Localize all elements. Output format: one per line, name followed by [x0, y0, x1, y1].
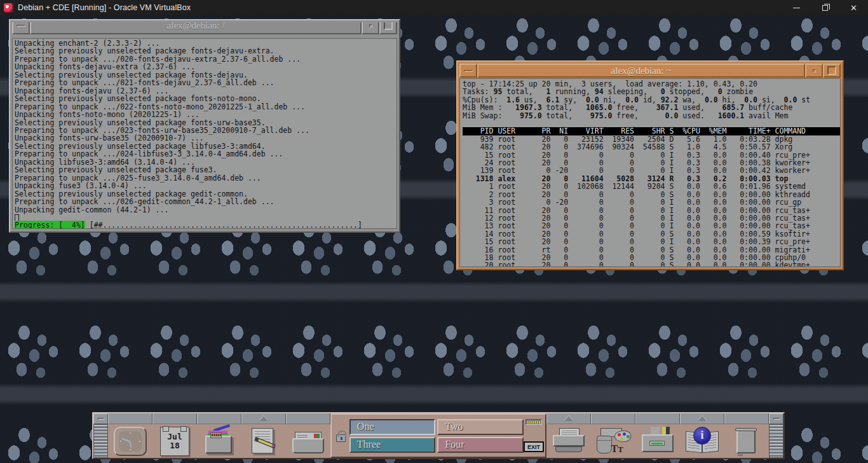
- panel-menu-button[interactable]: [769, 413, 783, 424]
- terminal-line: Preparing to unpack .../024-libfuse3-3_3…: [15, 150, 397, 158]
- subpanel-tab[interactable]: [286, 413, 330, 424]
- minimize-button[interactable]: [362, 22, 379, 34]
- maximize-icon: [827, 66, 836, 75]
- apt-terminal-window: alex@debian: / Unpacking enchant-2 (2.3.…: [9, 19, 400, 233]
- workspace-button-two[interactable]: Two: [437, 419, 524, 435]
- minimize-icon: [813, 69, 816, 73]
- window-menu-button[interactable]: [12, 22, 30, 34]
- virtualbox-window: Debian + CDE [Running] - Oracle VM Virtu…: [0, 0, 868, 463]
- subpanel-tab[interactable]: [197, 413, 241, 424]
- printer-button[interactable]: [546, 424, 591, 458]
- terminal-line: Unpacking gedit-common (44.2-1) ...: [15, 206, 397, 214]
- lock-display-button[interactable]: [333, 429, 349, 442]
- subpanel-tab[interactable]: [724, 413, 769, 424]
- close-button[interactable]: ✕: [839, 0, 868, 15]
- process-row: 3 root 0 -20 0 0 0 I 0.0 0.0 0:00.00 rcu…: [463, 198, 840, 206]
- process-row: 20 root 20 0 0 0 0 S 0.0 0.0 0:00.00 kde…: [463, 261, 840, 267]
- subpanel-tab[interactable]: [153, 413, 197, 424]
- trash-button[interactable]: [724, 424, 769, 458]
- panel-move-handle-right[interactable]: [769, 424, 783, 458]
- subpanel-arrow-icon: [564, 416, 573, 421]
- panel-move-handle-left[interactable]: [93, 424, 108, 458]
- calendar-month: Jul: [167, 432, 182, 441]
- workspace-switcher-grid: OneTwoThreeFour: [349, 419, 524, 453]
- file-manager-icon: [203, 427, 235, 456]
- process-row: 15 root 20 0 0 0 0 I 0.0 0.0 0:00.39 rcu…: [463, 238, 840, 245]
- progress-percentage: Progress: [ 4%]: [15, 221, 85, 229]
- help-button[interactable]: i: [680, 424, 724, 458]
- restore-button[interactable]: [811, 0, 839, 15]
- panel-menu-icon: [98, 418, 104, 420]
- minimize-button[interactable]: [805, 64, 823, 78]
- terminal-line: Unpacking fuse3 (3.14.0-4) ...: [15, 182, 397, 190]
- minimize-button[interactable]: [782, 0, 811, 15]
- window-menu-button[interactable]: [459, 64, 477, 78]
- exit-button[interactable]: EXIT: [524, 441, 544, 452]
- busy-light-icon: [527, 421, 540, 424]
- titlebar[interactable]: Debian + CDE [Running] - Oracle VM Virtu…: [0, 0, 868, 15]
- mail-button[interactable]: [286, 424, 330, 458]
- subpanel-tab[interactable]: [591, 413, 635, 424]
- terminal-line: Selecting previously unselected package …: [15, 95, 397, 102]
- application-manager-icon: [641, 427, 675, 456]
- terminal-line: Unpacking fonts-dejavu-extra (2.37-6) ..…: [15, 63, 397, 71]
- subpanel-tab-printers[interactable]: [546, 413, 591, 424]
- mail-icon: [291, 427, 325, 456]
- virtualbox-logo-icon: [4, 3, 13, 13]
- panel-menu-icon: [773, 418, 780, 420]
- clock-icon: [114, 427, 147, 456]
- text-editor-button[interactable]: [241, 424, 286, 458]
- trash-icon: [734, 427, 759, 456]
- apt-terminal-lines: Unpacking enchant-2 (2.3.3-2) ...Selecti…: [15, 39, 397, 214]
- style-manager-button[interactable]: TT: [591, 424, 635, 458]
- busy-light-indicator: [526, 419, 542, 425]
- maximize-icon: [384, 22, 393, 30]
- printer-icon: [552, 427, 586, 456]
- application-manager-button[interactable]: [635, 424, 680, 458]
- window-title: Debian + CDE [Running] - Oracle VM Virtu…: [18, 3, 191, 12]
- terminal-line: Unpacking fonts-noto-mono (20201225-1) .…: [15, 111, 397, 118]
- process-row: 13 root 20 0 0 0 0 I 0.0 0.0 0:00.00 rcu…: [463, 222, 840, 230]
- front-panel: Jul 18: [92, 412, 785, 459]
- terminal-line: Preparing to unpack .../026-gedit-common…: [15, 198, 397, 205]
- subpanel-tab[interactable]: [108, 413, 153, 424]
- window-menu-icon: [17, 25, 25, 27]
- subpanel-tab[interactable]: [635, 413, 680, 424]
- subpanel-tab-help[interactable]: [680, 413, 724, 424]
- process-row: 1 root 20 0 102068 12144 9204 S 0.0 0.6 …: [463, 183, 840, 190]
- top-terminal-screen[interactable]: top - 17:14:25 up 20 min, 3 users, load …: [459, 78, 841, 267]
- apt-terminal-titlebar[interactable]: alex@debian: /: [12, 22, 397, 38]
- process-row: 482 root 20 0 374696 90324 54588 S 1.0 4…: [463, 143, 840, 151]
- cde-desktop[interactable]: alex@debian: / Unpacking enchant-2 (2.3.…: [0, 15, 868, 463]
- terminal-line: Preparing to unpack .../021-fonts-dejavu…: [15, 79, 397, 86]
- apt-terminal-screen[interactable]: Unpacking enchant-2 (2.3.3-2) ...Selecti…: [12, 38, 397, 229]
- process-rows: 939 root 20 0 23152 19340 2504 D 5.6 1.0…: [463, 135, 840, 267]
- workspace-switcher: OneTwoThreeFour EXIT: [330, 413, 546, 458]
- panel-menu-button[interactable]: [93, 413, 108, 424]
- minimize-icon: [369, 24, 372, 27]
- top-terminal-window: alex@debian: ~ top - 17:14:25 up 20 min,…: [456, 60, 844, 270]
- top-summary-line: MiB Swap: 975.0 total, 975.0 free, 0.0 u…: [463, 112, 840, 120]
- workspace-button-three[interactable]: Three: [349, 437, 436, 453]
- lock-icon: [336, 434, 346, 442]
- workspace-button-four[interactable]: Four: [437, 437, 524, 453]
- text-editor-icon: [248, 427, 280, 456]
- text-cursor: [15, 214, 19, 221]
- calendar-icon: Jul 18: [160, 427, 189, 456]
- process-row: 139 root 0 -20 0 0 0 I 0.3 0.0 0:00.42 k…: [463, 167, 840, 174]
- maximize-button[interactable]: [823, 64, 841, 78]
- workspace-button-one[interactable]: One: [349, 419, 436, 435]
- clock-button[interactable]: [108, 424, 153, 458]
- top-summary: top - 17:14:25 up 20 min, 3 users, load …: [463, 80, 840, 127]
- subpanel-arrow-icon: [698, 416, 707, 421]
- progress-line: Progress: [ 4%] [##.....................…: [15, 221, 397, 229]
- subpanel-arrow-icon: [259, 416, 268, 421]
- apt-terminal-title: alex@debian: /: [30, 22, 362, 34]
- maximize-button[interactable]: [379, 22, 397, 34]
- terminal-line: Selecting previously unselected package …: [15, 166, 397, 174]
- subpanel-tab-applications[interactable]: [241, 413, 286, 424]
- help-icon: i: [684, 427, 720, 456]
- calendar-button[interactable]: Jul 18: [153, 424, 197, 458]
- file-manager-button[interactable]: [197, 424, 241, 458]
- top-terminal-titlebar[interactable]: alex@debian: ~: [459, 64, 841, 78]
